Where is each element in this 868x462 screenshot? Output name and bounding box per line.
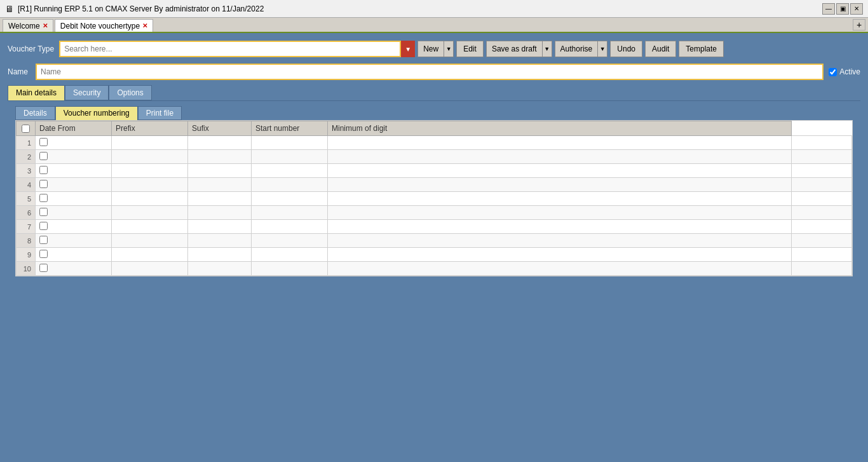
- row-number: 6: [17, 206, 36, 220]
- row-date-from: [112, 178, 188, 192]
- row-checkbox[interactable]: [39, 222, 48, 230]
- main-tabs: Main details Security Options: [8, 85, 860, 100]
- row-start-number: [328, 192, 792, 206]
- row-start-number: [328, 248, 792, 262]
- tab-debit-note-label: Debit Note vouchertype: [60, 22, 140, 31]
- row-start-number: [328, 262, 792, 276]
- row-minimum-of-digit: [792, 192, 852, 206]
- template-button[interactable]: Template: [679, 41, 724, 57]
- minimize-button[interactable]: —: [822, 3, 835, 15]
- row-sufix: [252, 164, 328, 178]
- row-date-from: [112, 262, 188, 276]
- authorise-split: Authorise ▼: [555, 41, 608, 57]
- sub-tab-details[interactable]: Details: [15, 106, 55, 120]
- new-dropdown-arrow[interactable]: ▼: [444, 41, 454, 57]
- row-checkbox[interactable]: [39, 180, 48, 188]
- row-checkbox[interactable]: [39, 166, 48, 174]
- row-prefix: [188, 248, 252, 262]
- row-start-number: [328, 178, 792, 192]
- row-start-number: [328, 234, 792, 248]
- voucher-numbering-table: Date From Prefix Sufix Start number Mini…: [16, 121, 852, 276]
- sub-tabs: Details Voucher numbering Print file: [15, 106, 860, 120]
- row-start-number: [328, 150, 792, 164]
- new-button[interactable]: New: [417, 41, 444, 57]
- sub-tab-details-label: Details: [24, 109, 47, 118]
- row-number: 7: [17, 220, 36, 234]
- row-checkbox[interactable]: [39, 152, 48, 160]
- row-checkbox-cell: [36, 220, 112, 234]
- table-row: 3: [17, 164, 852, 178]
- col-header-date-from: Date From: [36, 121, 112, 136]
- row-number: 10: [17, 262, 36, 276]
- table-row: 10: [17, 262, 852, 276]
- row-checkbox[interactable]: [39, 208, 48, 216]
- row-minimum-of-digit: [792, 248, 852, 262]
- row-date-from: [112, 192, 188, 206]
- row-checkbox[interactable]: [39, 236, 48, 244]
- tab-welcome-close[interactable]: ✕: [43, 22, 48, 29]
- title-bar: 🖥 [R1] Running ERP 5.1 on CMAX Server By…: [0, 0, 868, 18]
- search-dropdown-arrow[interactable]: ▼: [401, 41, 415, 57]
- close-button[interactable]: ✕: [850, 3, 863, 15]
- row-start-number: [328, 164, 792, 178]
- row-checkbox-cell: [36, 178, 112, 192]
- authorise-button[interactable]: Authorise: [555, 41, 598, 57]
- row-checkbox-cell: [36, 136, 112, 150]
- header-checkbox[interactable]: [22, 125, 30, 133]
- row-minimum-of-digit: [792, 234, 852, 248]
- sub-tab-print-file[interactable]: Print file: [138, 106, 182, 120]
- row-sufix: [252, 150, 328, 164]
- row-checkbox-cell: [36, 150, 112, 164]
- row-checkbox[interactable]: [39, 194, 48, 202]
- row-start-number: [328, 136, 792, 150]
- voucher-type-label: Voucher Type: [8, 44, 54, 53]
- row-date-from: [112, 136, 188, 150]
- sub-tab-voucher-numbering-label: Voucher numbering: [64, 109, 130, 118]
- row-date-from: [112, 206, 188, 220]
- table-row: 1: [17, 136, 852, 150]
- search-container: ▼: [59, 41, 415, 57]
- row-date-from: [112, 164, 188, 178]
- search-input[interactable]: [59, 41, 401, 57]
- edit-button[interactable]: Edit: [456, 41, 484, 57]
- name-row: Name Active: [8, 64, 860, 80]
- tab-security-label: Security: [73, 88, 100, 97]
- row-prefix: [188, 262, 252, 276]
- tab-main-details[interactable]: Main details: [8, 85, 65, 100]
- row-minimum-of-digit: [792, 262, 852, 276]
- tab-debit-note-close[interactable]: ✕: [142, 22, 147, 29]
- row-minimum-of-digit: [792, 206, 852, 220]
- undo-button[interactable]: Undo: [610, 41, 642, 57]
- restore-button[interactable]: ▣: [836, 3, 849, 15]
- row-number: 2: [17, 150, 36, 164]
- row-prefix: [188, 234, 252, 248]
- row-checkbox-cell: [36, 164, 112, 178]
- row-sufix: [252, 220, 328, 234]
- row-sufix: [252, 262, 328, 276]
- save-as-draft-button[interactable]: Save as draft: [486, 41, 542, 57]
- authorise-dropdown[interactable]: ▼: [597, 41, 607, 57]
- row-checkbox[interactable]: [39, 250, 48, 258]
- tab-add-button[interactable]: +: [853, 19, 865, 31]
- row-number: 5: [17, 192, 36, 206]
- tab-debit-note[interactable]: Debit Note vouchertype ✕: [55, 19, 153, 32]
- active-checkbox[interactable]: [829, 68, 837, 76]
- audit-button[interactable]: Audit: [645, 41, 676, 57]
- tab-welcome[interactable]: Welcome ✕: [3, 19, 53, 32]
- row-checkbox[interactable]: [39, 138, 48, 146]
- tab-main-details-label: Main details: [16, 88, 57, 97]
- row-checkbox-cell: [36, 248, 112, 262]
- row-minimum-of-digit: [792, 136, 852, 150]
- toolbar: Voucher Type ▼ New ▼ Edit Save as draft …: [8, 41, 860, 57]
- table-wrapper: Date From Prefix Sufix Start number Mini…: [15, 120, 853, 276]
- save-as-draft-dropdown[interactable]: ▼: [542, 41, 552, 57]
- tab-options[interactable]: Options: [109, 85, 151, 100]
- table-row: 2: [17, 150, 852, 164]
- row-checkbox[interactable]: [39, 264, 48, 272]
- name-input[interactable]: [36, 64, 824, 80]
- sub-tab-voucher-numbering[interactable]: Voucher numbering: [55, 106, 138, 120]
- row-minimum-of-digit: [792, 220, 852, 234]
- row-number: 4: [17, 178, 36, 192]
- table-row: 8: [17, 234, 852, 248]
- tab-security[interactable]: Security: [65, 85, 109, 100]
